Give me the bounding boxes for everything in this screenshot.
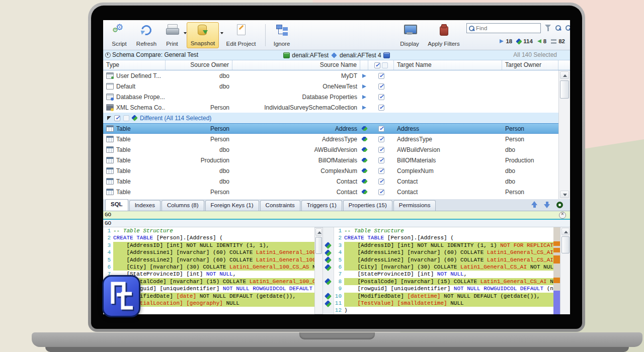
column-header-source-owner[interactable]: Source Owner (166, 60, 232, 70)
table-row[interactable]: TabledboAWBuildVersionAWBuildVersiondbo (103, 144, 558, 155)
row-checkbox[interactable] (378, 157, 384, 163)
diff-gutter (323, 227, 334, 314)
sql-code-line: 3 [AddressID] [int] NOT NULL IDENTITY (1… (103, 242, 314, 249)
toolbar: Script Refresh Print Snapshot (103, 20, 570, 50)
row-checkbox[interactable] (378, 189, 384, 195)
ignore-button[interactable]: Ignore (270, 22, 293, 48)
count-different: 114 (517, 38, 533, 44)
row-checkbox[interactable] (378, 126, 384, 132)
row-checkbox[interactable] (378, 83, 384, 90)
filter-funnel-icon[interactable] (545, 24, 551, 31)
table-row[interactable]: TablePersonContactContactPerson (103, 187, 558, 197)
count-source-only: 18 (500, 38, 512, 44)
target-name-cell: Contact (394, 189, 502, 196)
table-row[interactable]: DefaultdboOneNewTest (103, 81, 558, 92)
source-name-cell: IndividualSurveySchemaCollection (232, 104, 360, 111)
row-checkbox[interactable] (378, 94, 384, 100)
apply-filters-button[interactable]: Apply Filters (425, 22, 462, 48)
group-deselect-checkbox[interactable] (123, 115, 129, 121)
tab-properties[interactable]: Properties (15) (343, 200, 392, 211)
tab-permissions[interactable]: Permissions (393, 200, 436, 211)
row-checkbox[interactable] (378, 73, 384, 79)
tab-foreign-keys[interactable]: Foreign Keys (1) (205, 200, 259, 211)
column-header-type[interactable]: Type (103, 60, 166, 70)
source-name-cell: AWBuildVersion (232, 146, 360, 153)
table-icon (106, 167, 114, 174)
source-only-arrow-icon (500, 39, 504, 43)
row-checkbox[interactable] (378, 105, 384, 111)
print-button[interactable]: Print (162, 22, 183, 48)
scroll-down-icon[interactable] (560, 191, 569, 198)
group-row[interactable]: Different (All 114 Selected) (103, 113, 558, 123)
zoom-out-icon[interactable] (565, 25, 570, 31)
row-checkbox[interactable] (378, 136, 384, 142)
find-input[interactable] (476, 24, 539, 32)
tab-indexes[interactable]: Indexes (129, 200, 160, 211)
next-diff-icon[interactable] (544, 201, 550, 208)
line-diff-diamond-icon[interactable] (325, 293, 332, 300)
group-select-checkbox[interactable] (114, 115, 120, 121)
table-row[interactable]: TableProductionBillOfMaterialsBillOfMate… (103, 155, 558, 165)
refresh-button[interactable]: Refresh (133, 22, 159, 48)
table-row[interactable]: TablePersonAddressTypeAddressTypePerson (103, 134, 558, 144)
diffmap-added-marker (553, 291, 560, 314)
table-row[interactable]: TabledboContactContactdbo (103, 176, 558, 187)
tab-constraints[interactable]: Constraints (260, 200, 300, 211)
row-checkbox[interactable] (378, 179, 384, 185)
source-name-cell: Database Properties (232, 94, 360, 101)
table-row[interactable]: XML Schema Co...PersonIndividualSurveySc… (103, 102, 558, 113)
diffmap-changed-marker (553, 255, 560, 263)
search-icon (468, 25, 475, 32)
scroll-up-icon[interactable] (315, 228, 322, 236)
select-all-checkbox[interactable] (374, 62, 380, 68)
scroll-up-icon[interactable] (561, 228, 570, 235)
different-diamond-icon (516, 38, 522, 45)
column-header-target-name[interactable]: Target Name (394, 60, 502, 70)
source-name-cell: Contact (232, 178, 360, 185)
laptop-bezel: Script Refresh Print Snapshot (91, 6, 582, 329)
table-icon (106, 136, 114, 142)
target-pane-scrollbar[interactable] (560, 227, 570, 314)
row-checkbox[interactable] (378, 168, 384, 174)
line-diff-diamond-icon[interactable] (325, 263, 332, 271)
diff-overview-map[interactable] (553, 227, 560, 314)
script-button[interactable]: Script (107, 22, 131, 48)
table-icon (106, 125, 114, 132)
previous-diff-icon[interactable] (531, 201, 538, 208)
tab-triggers[interactable]: Triggers (1) (301, 200, 342, 211)
record-circle-icon[interactable] (556, 202, 563, 208)
source-name-cell: OneNewTest (232, 83, 360, 90)
target-scrollbar-thumb[interactable] (561, 236, 570, 253)
snapshot-button[interactable]: Snapshot (187, 22, 219, 48)
source-only-arrow-icon (362, 106, 366, 110)
line-diff-diamond-icon[interactable] (325, 249, 332, 256)
tab-sql[interactable]: SQL (105, 199, 128, 211)
table-row[interactable]: Database Prope...Database Properties (103, 92, 558, 102)
table-row[interactable]: TabledboComplexNumComplexNumdbo (103, 165, 558, 176)
row-checkbox[interactable] (378, 147, 384, 153)
line-diff-diamond-icon[interactable] (325, 278, 332, 285)
grid-scrollbar[interactable] (558, 70, 570, 199)
line-diff-diamond-icon[interactable] (325, 256, 332, 263)
zoom-in-icon[interactable] (555, 25, 561, 31)
source-owner-cell: dbo (166, 178, 232, 185)
scroll-up-icon[interactable] (560, 71, 569, 79)
target-db-label: denali:AFTest 4 (340, 52, 381, 59)
close-icon[interactable] (559, 212, 566, 219)
line-diff-diamond-icon[interactable] (325, 242, 332, 249)
count-target-only: 8 (537, 38, 546, 44)
column-header-source-name[interactable]: Source Name (232, 60, 360, 70)
edit-project-button[interactable]: Edit Project (223, 22, 259, 48)
source-pane-scrollbar[interactable] (314, 227, 323, 314)
display-button[interactable]: Display (397, 22, 422, 48)
column-header-target-owner[interactable]: Target Owner (502, 60, 558, 70)
select-none-checkbox[interactable] (382, 62, 388, 68)
different-diamond-icon (361, 190, 368, 194)
source-scrollbar-thumb[interactable] (315, 237, 322, 254)
collapse-icon[interactable] (107, 116, 111, 120)
table-row[interactable]: TablePersonAddressAddressPerson (103, 123, 558, 134)
line-diff-diamond-icon[interactable] (325, 300, 332, 307)
table-row[interactable]: User Defined T...dboMyDT (103, 70, 558, 81)
tab-columns[interactable]: Columns (8) (162, 200, 204, 211)
grid-scrollbar-thumb[interactable] (560, 80, 569, 99)
